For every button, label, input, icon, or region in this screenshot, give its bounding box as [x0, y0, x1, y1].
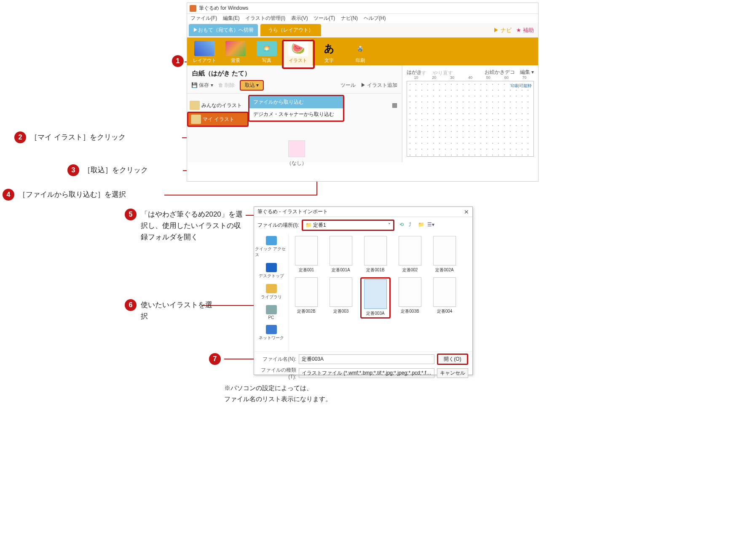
file-item[interactable]: 定番001	[291, 236, 322, 273]
callout-5: 5 「はやわざ筆ぐるめ2020」を選択し、使用したいイラストの収録フォルダを開く	[125, 209, 247, 243]
tool-background[interactable]: 背景	[221, 39, 250, 65]
illust-icon: 🍉	[288, 41, 308, 56]
dialog-titlebar: 筆ぐるめ - イラストインポート ✕	[254, 207, 472, 217]
tool-illust[interactable]: 🍉イラスト	[283, 39, 313, 65]
callout-4-badge: 4	[3, 189, 14, 201]
file-label: 定番001A	[326, 267, 356, 273]
canvas[interactable]: 10203040506070 印刷可能枠	[407, 81, 534, 157]
close-icon[interactable]: ✕	[464, 209, 469, 215]
side-pc[interactable]: PC	[254, 303, 288, 322]
file-item[interactable]: 定番003A	[360, 277, 391, 319]
filename-field[interactable]: 定番003A	[299, 354, 434, 364]
delete-button: 削除	[225, 82, 235, 88]
menu-view[interactable]: 表示(V)	[291, 15, 308, 21]
menu-help[interactable]: ヘルプ(H)	[364, 15, 386, 21]
undo-button[interactable]: 元に戻す	[406, 70, 426, 76]
file-item[interactable]: 定番001B	[360, 236, 391, 273]
callout-1: 1	[172, 55, 184, 67]
file-thumb	[330, 277, 352, 307]
location-combo[interactable]: 📁 定番1 ˅	[302, 220, 394, 231]
menu-illust[interactable]: イラストの管理(I)	[245, 15, 285, 21]
add-illust-link[interactable]: イラスト追加	[367, 82, 397, 88]
menubar: ファイル(F) 編集(E) イラストの管理(I) 表示(V) ツール(T) ナビ…	[187, 14, 538, 23]
save-button[interactable]: 保存	[199, 82, 209, 88]
none-item[interactable]: （なし）	[269, 140, 324, 167]
side-desktop[interactable]: デスクトップ	[254, 260, 288, 281]
side-network[interactable]: ネットワーク	[254, 322, 288, 343]
cancel-button[interactable]: キャンセル	[437, 368, 468, 378]
menu-file[interactable]: ファイル(F)	[190, 15, 217, 21]
callout-4-text: ［ファイルから取り込む］を選択	[19, 189, 126, 200]
file-thumb	[399, 277, 421, 307]
callout-2: 2 ［マイ イラスト］をクリック	[14, 131, 126, 143]
side-library[interactable]: ライブラリ	[254, 281, 288, 303]
callout-7: 7	[209, 353, 221, 365]
file-label: 定番003B	[395, 308, 425, 314]
import-button[interactable]: 取込 ▾	[240, 80, 264, 91]
nav-hojo[interactable]: ★ 補助	[516, 27, 534, 33]
callout-7-badge: 7	[209, 353, 221, 365]
app-title: 筆ぐるめ for Windows	[199, 5, 248, 12]
views-icon[interactable]: ☰▾	[427, 222, 435, 229]
grid-view-icon[interactable]: ▦	[392, 102, 397, 108]
tool-layout[interactable]: レイアウト	[190, 39, 219, 65]
titlebar: 筆ぐるめ for Windows	[187, 3, 538, 14]
file-item[interactable]: 定番002B	[291, 277, 322, 319]
redo-button[interactable]: やり直す	[433, 70, 453, 76]
open-button[interactable]: 開く(O)	[437, 354, 468, 365]
filetype-combo[interactable]: イラストファイル (*.wmf;*.bmp;*.tif;*.jpg;*.jpeg…	[299, 368, 434, 378]
tool-print[interactable]: 🖨️印刷	[346, 39, 375, 65]
tool-photo[interactable]: 🌅写真	[252, 39, 281, 65]
newfolder-icon[interactable]: 📁	[418, 222, 426, 229]
back-icon[interactable]: ⟲	[399, 222, 407, 229]
menu-edit[interactable]: 編集(E)	[223, 15, 240, 21]
tab-omote[interactable]: ▶おもて（宛て名）へ切替	[189, 24, 258, 36]
file-item[interactable]: 定番003B	[395, 277, 425, 319]
file-item[interactable]: 定番003	[326, 277, 356, 319]
text-icon: あ	[319, 41, 339, 56]
tab-ura[interactable]: うら（レイアウト）	[260, 24, 321, 36]
file-item[interactable]: 定番004	[429, 277, 460, 319]
menu-navi[interactable]: ナビ(N)	[341, 15, 358, 21]
deco-link[interactable]: お絵かきデコ	[485, 69, 515, 75]
cat-all[interactable]: みんなのイラスト	[187, 99, 249, 112]
side-quickaccess[interactable]: クイック アクセス	[254, 233, 288, 260]
file-label: 定番004	[429, 308, 460, 314]
callout-3: 3 ［取込］をクリック	[67, 164, 148, 176]
callout-6: 6 使いたいイラストを選択	[125, 299, 247, 322]
network-icon	[266, 325, 277, 334]
dropdown-import-scanner[interactable]: デジカメ・スキャナーから取り込む	[249, 108, 343, 121]
filename-label: ファイル名(N):	[258, 356, 296, 363]
file-label: 定番002A	[429, 267, 460, 273]
file-item[interactable]: 定番002	[395, 236, 425, 273]
callout-5-badge: 5	[125, 209, 137, 220]
star-icon	[266, 236, 277, 245]
file-label: 定番003	[326, 308, 356, 314]
menu-tool[interactable]: ツール(T)	[314, 15, 335, 21]
callout-4: 4 ［ファイルから取り込む］を選択	[3, 189, 126, 201]
footnote: ※パソコンの設定によっては、 ファイル名のリスト表示になります。	[224, 383, 332, 404]
file-item[interactable]: 定番001A	[326, 236, 356, 273]
dialog-title: 筆ぐるめ - イラストインポート	[257, 208, 328, 215]
cat-my-illust[interactable]: マイ イラスト	[187, 112, 249, 127]
page: 筆ぐるめ for Windows ファイル(F) 編集(E) イラストの管理(I…	[0, 0, 539, 405]
file-thumb	[399, 236, 421, 265]
callout-2-text: ［マイ イラスト］をクリック	[30, 131, 126, 143]
dropdown-import-file[interactable]: ファイルから取り込む	[249, 96, 343, 108]
tool-text[interactable]: あ文字	[314, 39, 344, 65]
main-toolbar: レイアウト 背景 🌅写真 🍉イラスト あ文字 🖨️印刷	[187, 38, 538, 65]
file-item[interactable]: 定番002A	[429, 236, 460, 273]
app-icon	[190, 5, 196, 12]
tool-link[interactable]: ツール	[340, 82, 356, 89]
file-grid: 定番001定番001A定番001B定番002定番002A定番002B定番003定…	[289, 233, 472, 351]
sub-toolbar: 💾 保存 ▾ 🗑 削除 取込 ▾ ツール ▶ イラスト追加	[187, 79, 402, 94]
up-icon[interactable]: ⤴	[409, 222, 416, 229]
nav-right: ▶ ナビ ★ 補助	[493, 27, 534, 34]
nav-navi[interactable]: ▶ ナビ	[493, 27, 512, 33]
right-panel: はがき お絵かきデコ 編集 ▾ 元に戻す やり直す 10203040506070…	[402, 65, 538, 162]
library-icon	[266, 284, 277, 293]
callout-5-text: 「はやわざ筆ぐるめ2020」を選択し、使用したいイラストの収録フォルダを開く	[141, 209, 247, 243]
edit-link[interactable]: 編集	[520, 69, 530, 75]
file-label: 定番003A	[362, 311, 389, 316]
chevron-down-icon: ˅	[388, 222, 391, 228]
